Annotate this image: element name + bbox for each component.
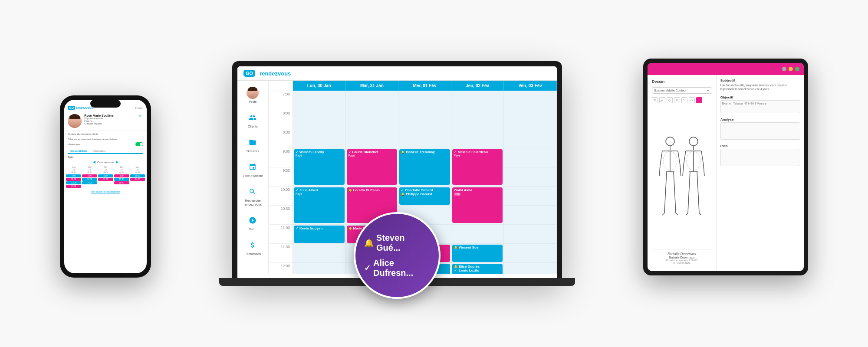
phone-slot[interactable]: 14:00 bbox=[82, 181, 97, 184]
sidebar-label-rec: Rec... bbox=[249, 227, 257, 231]
phone-slot[interactable]: 9:00 bbox=[98, 174, 113, 177]
sidebar-dossiers-icon bbox=[247, 136, 259, 148]
phone-slot[interactable]: 9:00 bbox=[66, 174, 81, 177]
phone-day-mar: Mar22Août bbox=[82, 166, 97, 174]
svg-line-7 bbox=[680, 165, 681, 176]
tool-rect[interactable]: ▭ bbox=[689, 97, 695, 103]
tool-color-swatch[interactable] bbox=[696, 97, 702, 103]
cal-cell bbox=[293, 167, 345, 187]
time-1130: 11:30 bbox=[269, 244, 293, 263]
sidebar-item-facturation[interactable]: Facturation bbox=[237, 236, 268, 259]
sidebar-item-dossiers[interactable]: Dossiers bbox=[237, 134, 268, 156]
tablet-screen: Dessin Examen Adulte Contour ▼ ✏ 🖊 ◇ ↩ ↪… bbox=[648, 63, 804, 271]
tablet-subjectif-section: Subjectif Lun Jan 4 clinicalle, soignant… bbox=[720, 79, 800, 91]
phone-slot[interactable]: 15:00 bbox=[114, 181, 129, 184]
phone-edit-icon[interactable]: ✏ bbox=[139, 114, 143, 118]
cal-cell bbox=[293, 244, 345, 263]
sidebar-item-liste[interactable]: Liste d'attente bbox=[237, 158, 268, 180]
phone-device: GO rendezvous English Rose-Marie Soulièr… bbox=[60, 95, 151, 278]
cal-cell bbox=[346, 110, 398, 129]
appt-charlotte-simard[interactable]: ✓Charlotte Simard 🔔Philippe Daoust bbox=[399, 187, 450, 205]
tool-undo[interactable]: ↩ bbox=[674, 97, 680, 103]
phone-tab-disponibilites[interactable]: Disponibilités bbox=[68, 149, 90, 154]
phone-col-ven: 10:00 14:00 bbox=[130, 174, 145, 188]
phone-cal-day-headers: Lun21Août Mar22Août Mer23Août Jeu24Août … bbox=[66, 166, 145, 174]
phone-slot[interactable]: 9:00 bbox=[82, 174, 97, 177]
svg-line-26 bbox=[697, 172, 698, 196]
phone-slot[interactable]: 11:00 bbox=[98, 178, 113, 181]
magnify-check-icon: ✓ bbox=[364, 263, 371, 273]
cal-col-ven bbox=[504, 91, 557, 274]
svg-line-9 bbox=[665, 172, 667, 196]
cal-cell bbox=[504, 206, 556, 225]
tablet-tools: ✏ 🖊 ◇ ↩ ↪ ▭ bbox=[652, 97, 712, 103]
phone-tab-information[interactable]: Information bbox=[90, 149, 108, 153]
phone-week-label: Cette semaine bbox=[97, 161, 114, 164]
phone-slot[interactable]: 10:00 bbox=[82, 178, 97, 181]
tablet-plan-textarea[interactable] bbox=[720, 149, 800, 166]
phone-screen: GO rendezvous English Rose-Marie Soulièr… bbox=[64, 100, 147, 273]
tablet-body: Dessin Examen Adulte Contour ▼ ✏ 🖊 ◇ ↩ ↪… bbox=[648, 75, 804, 271]
phone-slot[interactable]: 11:00 bbox=[66, 178, 81, 181]
magnify-name2: ✓ Alice Dufresn... bbox=[364, 258, 430, 278]
tool-redo[interactable]: ↪ bbox=[681, 97, 687, 103]
appt-kevin-nguyen[interactable]: ✓Kevin Nguyen bbox=[294, 226, 345, 243]
cal-cell bbox=[398, 110, 451, 129]
phone-prev-week[interactable]: ◀ bbox=[93, 160, 95, 164]
cal-time-col: 7:30 8:00 8:30 9:00 9:30 10:00 10:30 11:… bbox=[269, 91, 293, 274]
cal-cell bbox=[451, 91, 504, 110]
phone-day-lun: Lun21Août bbox=[66, 166, 81, 174]
svg-line-22 bbox=[683, 165, 684, 176]
phone-col-jeu: 9:00 13:00 15:00 bbox=[114, 174, 129, 188]
tablet-objectif-textarea[interactable]: Examen Taisson -478476 3 Mesure bbox=[720, 100, 800, 113]
time-1030: 10:30 bbox=[269, 206, 293, 225]
phone-avatar-hair bbox=[69, 114, 80, 119]
phone-toggle-row: nMotoristas bbox=[64, 141, 147, 147]
phone-slot[interactable]: 13:00 bbox=[66, 181, 81, 184]
sidebar-item-search[interactable]: Recherche rendez-vous bbox=[237, 183, 268, 209]
phone-profile-info: Rose-Marie Soulière Physiothérapeute Fem… bbox=[84, 114, 136, 128]
tool-pencil[interactable]: ✏ bbox=[652, 97, 658, 103]
sidebar-avatar-hair bbox=[248, 87, 257, 91]
phone-slot[interactable]: 13:00 bbox=[114, 178, 129, 181]
laptop-wrapper: GO rendezvous Profil bbox=[219, 61, 575, 286]
phone-next-week[interactable]: ▶ bbox=[116, 160, 118, 164]
phone-avatar bbox=[68, 114, 82, 128]
appt-vincent-sue[interactable]: 🔔Vincent Sue bbox=[452, 245, 503, 262]
phone-toggle[interactable] bbox=[135, 142, 143, 146]
tablet-dropdown[interactable]: Examen Adulte Contour ▼ bbox=[652, 87, 712, 94]
phone-profile-clinic: Clinique Muvimä bbox=[84, 122, 136, 125]
phone-insurance: Offre les réclamations d'assurance imméd… bbox=[64, 136, 147, 141]
cal-cell bbox=[398, 129, 451, 148]
tool-shape[interactable]: ◇ bbox=[667, 97, 673, 103]
sidebar-item-rec[interactable]: Rec... bbox=[237, 212, 268, 234]
appt-elise-dupres[interactable]: 🔔Élise Duprés ✓ Louis Lozito bbox=[452, 264, 503, 274]
tablet-signature-cursive: Nathalie Desormaux bbox=[656, 252, 708, 256]
time-1100: 11:00 bbox=[269, 225, 293, 244]
tablet-analyse-textarea[interactable] bbox=[720, 122, 800, 140]
cal-col-jeu: ✓Mélanie Falardeau Payé Walid Akiki 85$ bbox=[451, 91, 504, 274]
svg-line-10 bbox=[674, 172, 675, 196]
phone-col-mar: 9:00 10:00 14:00 bbox=[82, 174, 97, 188]
scene: GO rendezvous English Rose-Marie Soulièr… bbox=[0, 0, 868, 347]
cal-cell bbox=[451, 110, 504, 129]
tool-pen[interactable]: 🖊 bbox=[659, 97, 665, 103]
sidebar-label-search: Recherche rendez-vous bbox=[239, 199, 266, 206]
cal-cell bbox=[504, 263, 556, 274]
phone-slot[interactable]: 9:00 bbox=[114, 174, 129, 177]
phone-slot[interactable]: 10:00 bbox=[130, 174, 145, 177]
phone-slot[interactable]: 14:00 bbox=[130, 178, 145, 181]
cal-cell bbox=[504, 148, 556, 167]
phone-see-all[interactable]: Voir toutes les disponibilités bbox=[64, 189, 147, 195]
sidebar-item-profil[interactable]: Profil bbox=[237, 84, 268, 106]
cal-cell bbox=[504, 129, 556, 148]
cal-day-header-mer: Mer, 01 Fév bbox=[398, 81, 451, 91]
svg-line-13 bbox=[662, 213, 664, 215]
cal-cell-1000: ✓Julie Albert Payé bbox=[293, 187, 345, 206]
tablet-objectif-section: Objectif Examen Taisson -478476 3 Mesure bbox=[720, 95, 800, 113]
sidebar-item-clients[interactable]: Clients bbox=[237, 109, 268, 131]
tablet-signature-date: 2 Février 2023 bbox=[656, 262, 708, 264]
cal-day-header-ven: Ven, 03 Fév bbox=[504, 81, 557, 91]
magnify-circle: 🔔 Steven Gué... ✓ Alice Dufresn... bbox=[354, 212, 441, 299]
phone-slot[interactable]: 15:00 bbox=[66, 185, 81, 188]
